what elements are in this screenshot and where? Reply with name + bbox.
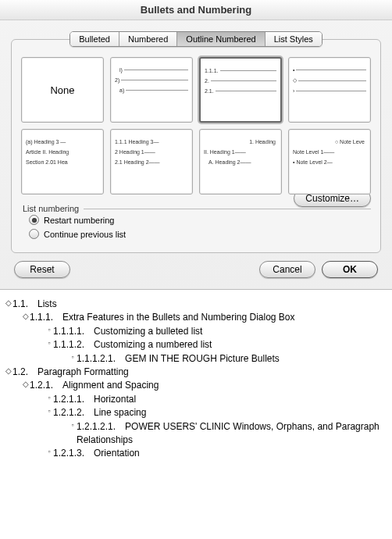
tab-outline-numbered[interactable]: Outline Numbered bbox=[177, 32, 265, 46]
gallery-line: 2) bbox=[115, 77, 119, 83]
dialog-button-row: Reset Cancel OK bbox=[0, 253, 392, 289]
radio-label: Restart numbering bbox=[44, 216, 115, 225]
cancel-button[interactable]: Cancel bbox=[259, 261, 315, 278]
gallery-item-6[interactable]: 1. Heading II. Heading 1—— A. Heading 2—… bbox=[199, 129, 282, 195]
gallery-line: ○ Note Leve bbox=[335, 139, 365, 145]
outline-bullet-icon: ▫ bbox=[69, 352, 77, 362]
gallery-line: 1. Heading bbox=[249, 139, 276, 145]
gallery-line: II. Heading 1—— bbox=[204, 149, 246, 155]
outline-handle-icon: ◇ bbox=[5, 366, 12, 377]
outline-row[interactable]: ▫1.2.1.2.Line spacing bbox=[5, 406, 387, 419]
radio-restart-numbering[interactable]: Restart numbering bbox=[29, 215, 371, 225]
outline-text: 1.1.1.Extra Features in the Bullets and … bbox=[30, 311, 387, 324]
outline-row[interactable]: ◇1.2.Paragraph Formatting bbox=[5, 366, 387, 379]
gallery-line: (a) Heading 3 — bbox=[26, 139, 66, 145]
outline-row[interactable]: ◇1.1.Lists bbox=[5, 298, 387, 311]
outline-text: 1.2.1.1.Horizontal bbox=[53, 393, 387, 406]
gallery-item-7[interactable]: ○ Note Leve Note Level 1—— • Note Level … bbox=[288, 129, 371, 195]
gallery-line: ◇ bbox=[293, 77, 297, 84]
gallery-item-3[interactable]: • ◇ › bbox=[288, 57, 371, 123]
outline-text: 1.1.1.2.1.GEM IN THE ROUGH Picture Bulle… bbox=[77, 352, 387, 366]
outline-text: 1.2.1.2.1.POWER USERS' CLINIC Windows, O… bbox=[77, 420, 387, 448]
gallery-line: 2.1. bbox=[205, 88, 214, 94]
outline-bullet-icon: ▫ bbox=[45, 338, 53, 348]
outline-text: 1.1.Lists bbox=[12, 298, 387, 311]
outline-row[interactable]: ◇1.2.1.Alignment and Spacing bbox=[5, 379, 387, 392]
outline-text: 1.1.1.1.Customizing a bulleted list bbox=[53, 325, 387, 338]
gallery-line: i) bbox=[119, 67, 123, 73]
bullets-numbering-dialog: Bullets and Numbering Bulleted Numbered … bbox=[0, 0, 392, 290]
radio-icon bbox=[29, 229, 39, 239]
tab-panel: None i) 2) a) 1.1.1. 2. 2.1. • ◇ › (a) H… bbox=[11, 39, 381, 253]
tab-list-styles[interactable]: List Styles bbox=[265, 32, 322, 46]
document-outline: ◇1.1.Lists◇1.1.1.Extra Features in the B… bbox=[0, 290, 392, 477]
tab-bulleted[interactable]: Bulleted bbox=[70, 32, 119, 46]
outline-row[interactable]: ▫1.2.1.2.1.POWER USERS' CLINIC Windows, … bbox=[5, 420, 387, 448]
ok-button[interactable]: OK bbox=[322, 261, 378, 278]
outline-row[interactable]: ▫1.2.1.3.Orientation bbox=[5, 447, 387, 460]
gallery-line: 2.1 Heading 2—— bbox=[115, 159, 160, 165]
outline-bullet-icon: ▫ bbox=[45, 447, 53, 457]
gallery-item-4[interactable]: (a) Heading 3 — Article II. Heading Sect… bbox=[21, 129, 104, 195]
gallery-line: Note Level 1—— bbox=[293, 149, 334, 155]
outline-handle-icon: ◇ bbox=[22, 379, 30, 391]
outline-row[interactable]: ▫1.1.1.2.1.GEM IN THE ROUGH Picture Bull… bbox=[5, 352, 387, 366]
gallery-line: A. Heading 2—— bbox=[208, 159, 251, 165]
tabs: Bulleted Numbered Outline Numbered List … bbox=[69, 31, 323, 47]
outline-row[interactable]: ◇1.1.1.Extra Features in the Bullets and… bbox=[5, 311, 387, 324]
radio-icon bbox=[29, 215, 39, 225]
gallery-line: • bbox=[293, 67, 294, 73]
radio-label: Continue previous list bbox=[44, 230, 126, 239]
outline-bullet-icon: ▫ bbox=[69, 420, 77, 430]
radio-continue-previous[interactable]: Continue previous list bbox=[29, 229, 371, 239]
outline-row[interactable]: ▫1.2.1.1.Horizontal bbox=[5, 393, 387, 406]
outline-row[interactable]: ▫1.1.1.2.Customizing a numbered list bbox=[5, 338, 387, 352]
gallery-item-5[interactable]: 1.1.1 Heading 3— 2 Heading 1—— 2.1 Headi… bbox=[110, 129, 193, 195]
gallery-line: 1.1.1 Heading 3— bbox=[115, 139, 159, 145]
outline-bullet-icon: ▫ bbox=[45, 406, 53, 416]
tab-numbered[interactable]: Numbered bbox=[119, 32, 177, 46]
outline-text: 1.1.1.2.Customizing a numbered list bbox=[53, 338, 387, 352]
outline-text: 1.2.1.Alignment and Spacing bbox=[30, 379, 387, 392]
gallery-line: • Note Level 2— bbox=[293, 159, 333, 165]
outline-handle-icon: ◇ bbox=[22, 311, 30, 323]
outline-text: 1.2.1.2.Line spacing bbox=[53, 406, 387, 419]
gallery-line: 2. bbox=[205, 78, 209, 84]
gallery-line: 1.1.1. bbox=[205, 68, 219, 73]
outline-text: 1.2.Paragraph Formatting bbox=[12, 366, 387, 379]
gallery-line: a) bbox=[119, 87, 124, 93]
gallery-line: Section 2.01 Hea bbox=[26, 159, 68, 165]
gallery-line: › bbox=[293, 88, 294, 94]
dialog-title: Bullets and Numbering bbox=[0, 0, 392, 20]
gallery-item-2[interactable]: 1.1.1. 2. 2.1. bbox=[199, 57, 282, 123]
outline-bullet-icon: ▫ bbox=[45, 325, 53, 335]
outline-row[interactable]: ▫1.1.1.1.Customizing a bulleted list bbox=[5, 325, 387, 338]
gallery-item-none[interactable]: None bbox=[21, 57, 104, 123]
gallery-item-1[interactable]: i) 2) a) bbox=[110, 57, 193, 123]
gallery-line: Article II. Heading bbox=[26, 149, 69, 155]
outline-bullet-icon: ▫ bbox=[45, 393, 53, 403]
reset-button[interactable]: Reset bbox=[14, 261, 70, 278]
outline-handle-icon: ◇ bbox=[5, 298, 12, 309]
outline-text: 1.2.1.3.Orientation bbox=[53, 447, 387, 460]
gallery-line: 2 Heading 1—— bbox=[115, 149, 155, 155]
numbering-gallery: None i) 2) a) 1.1.1. 2. 2.1. • ◇ › (a) H… bbox=[21, 57, 371, 195]
